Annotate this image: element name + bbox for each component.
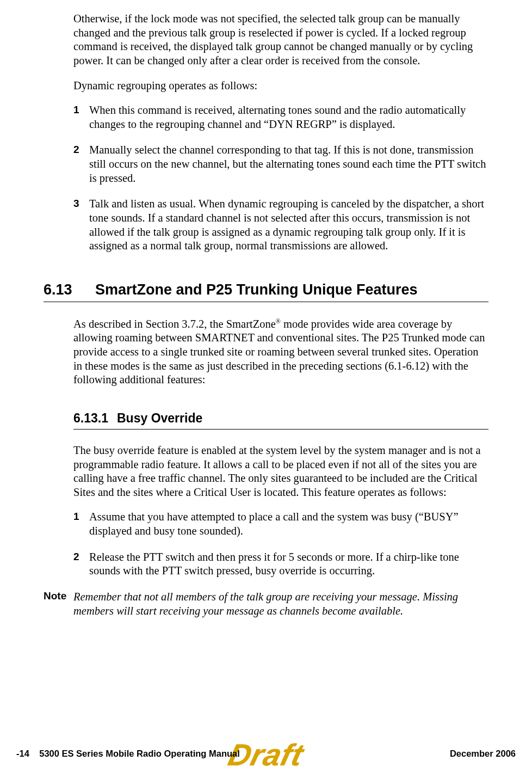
h2-rule [73,429,488,430]
note-text: Remember that not all members of the tal… [73,590,488,618]
footer-page-number: -14 [16,749,29,758]
step-text: Release the PTT switch and then press it… [89,551,459,577]
section-6-13: 6.13SmartZone and P25 Trunking Unique Fe… [73,281,488,298]
h1-rule [44,302,488,302]
list-item: 2 Manually select the channel correspond… [73,143,488,185]
section-heading-6-13-1: 6.13.1Busy Override [73,411,488,426]
step-number: 1 [73,510,79,523]
note-label: Note [44,590,73,618]
section-number: 6.13 [44,281,95,298]
registered-mark: ® [276,317,281,325]
step-number: 2 [73,143,79,156]
intro-pre: As described in Section 3.7.2, the Smart… [73,318,276,330]
list-item: 1 When this command is received, alterna… [73,103,488,131]
list-item: 2 Release the PTT switch and then press … [73,550,488,578]
note-block: Note Remember that not all members of th… [44,590,488,618]
footer-manual-title: 5300 ES Series Mobile Radio Operating Ma… [39,749,240,758]
intro-para-2: Dynamic regrouping operates as follows: [73,79,488,93]
section-6-13-1-para: The busy override feature is enabled at … [73,444,488,500]
section-number: 6.13.1 [73,411,117,426]
section-heading-6-13: 6.13SmartZone and P25 Trunking Unique Fe… [73,281,488,298]
page-footer: -14 5300 ES Series Mobile Radio Operatin… [0,749,532,763]
intro-para-1: Otherwise, if the lock mode was not spec… [73,12,488,68]
step-text: Assume that you have attempted to place … [89,511,459,537]
step-text: Talk and listen as usual. When dynamic r… [89,198,484,252]
section-6-13-body: As described in Section 3.7.2, the Smart… [73,317,488,578]
section-title: Busy Override [117,411,202,425]
step-number: 3 [73,197,79,210]
section-6-13-intro: As described in Section 3.7.2, the Smart… [73,317,488,387]
section-title: SmartZone and P25 Trunking Unique Featur… [95,281,418,298]
regrouping-steps: 1 When this command is received, alterna… [73,103,488,253]
footer-right: December 2006 [450,749,516,759]
list-item: 1 Assume that you have attempted to plac… [73,510,488,538]
list-item: 3 Talk and listen as usual. When dynamic… [73,197,488,253]
step-text: When this command is received, alternati… [89,104,466,130]
page: Otherwise, if the lock mode was not spec… [0,0,532,779]
intro-block: Otherwise, if the lock mode was not spec… [73,12,488,253]
step-text: Manually select the channel correspondin… [89,144,486,183]
step-number: 1 [73,103,79,116]
footer-left: -14 5300 ES Series Mobile Radio Operatin… [16,749,240,759]
step-number: 2 [73,550,79,563]
content-area: Otherwise, if the lock mode was not spec… [44,12,488,618]
busy-override-steps: 1 Assume that you have attempted to plac… [73,510,488,578]
